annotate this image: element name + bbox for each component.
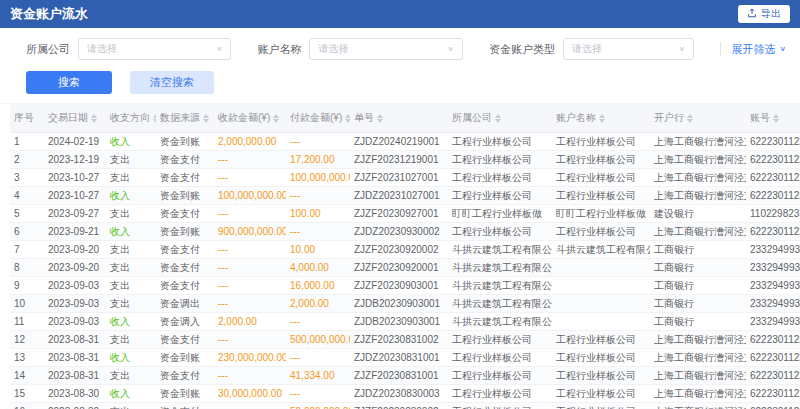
direction-cell: 支出 (106, 331, 156, 349)
source-cell: 资金支付 (156, 277, 214, 295)
index-cell: 14 (10, 367, 44, 385)
sort-icon[interactable] (377, 114, 383, 123)
payment-amount-cell: --- (286, 313, 350, 331)
column-header[interactable]: 单号 (350, 104, 448, 133)
date-cell: 2023-09-03 (44, 277, 106, 295)
direction-cell: 收入 (106, 223, 156, 241)
source-cell: 资金调入 (156, 313, 214, 331)
sort-icon[interactable] (687, 114, 693, 123)
export-button[interactable]: 导出 (738, 5, 790, 23)
sort-icon[interactable] (153, 114, 156, 123)
table-row: 82023-09-20支出资金支付---4,000.00ZJZF20230920… (10, 259, 800, 277)
account-type-select[interactable]: 请选择 ∨ (563, 38, 694, 60)
company-cell: 斗拱云建筑工程有限公司 (448, 295, 552, 313)
order-no-cell: ZJDZ20230930002 (350, 223, 448, 241)
column-header[interactable]: 账号 (746, 104, 800, 133)
column-header[interactable]: 账户名称 (552, 104, 650, 133)
company-cell: 斗拱云建筑工程有限公司 (448, 277, 552, 295)
company-cell: 工程行业样板公司 (448, 403, 552, 409)
receipt-amount-cell: 900,000,000.00 (214, 223, 286, 241)
index-cell: 10 (10, 295, 44, 313)
date-cell: 2023-08-31 (44, 349, 106, 367)
sort-icon[interactable] (495, 114, 501, 123)
direction-cell: 支出 (106, 403, 156, 409)
order-no-cell: ZJZF20230903001 (350, 277, 448, 295)
order-no-cell: ZJDZ20230831001 (350, 349, 448, 367)
page-title: 资金账户流水 (10, 5, 88, 23)
bank-cell: 工商银行 (650, 313, 746, 331)
date-cell: 2023-08-31 (44, 331, 106, 349)
clear-search-button[interactable]: 清空搜索 (130, 71, 214, 94)
bank-cell: 工商银行 (650, 295, 746, 313)
index-cell: 13 (10, 349, 44, 367)
payment-amount-cell: --- (286, 133, 350, 151)
direction-cell: 收入 (106, 313, 156, 331)
column-header[interactable]: 收支方向 (106, 104, 156, 133)
date-cell: 2023-10-27 (44, 169, 106, 187)
sort-icon[interactable] (599, 114, 605, 123)
payment-amount-cell: --- (286, 223, 350, 241)
column-header[interactable]: 付款金额(¥) (286, 104, 350, 133)
column-header[interactable]: 所属公司 (448, 104, 552, 133)
direction-cell: 收入 (106, 385, 156, 403)
index-cell: 3 (10, 169, 44, 187)
column-header[interactable]: 数据来源 (156, 104, 214, 133)
direction-cell: 收入 (106, 133, 156, 151)
bank-cell: 上海工商银行漕河泾支行 (650, 367, 746, 385)
bank-cell: 上海工商银行漕河泾支行 (650, 223, 746, 241)
receipt-amount-cell: --- (214, 205, 286, 223)
table-row: 132023-08-31收入资金到账230,000,000.00---ZJDZ2… (10, 349, 800, 367)
account-name-cell: 工程行业样板公司 (552, 403, 650, 409)
column-header-label: 数据来源 (160, 112, 200, 123)
account-name-cell: 工程行业样板公司 (552, 169, 650, 187)
company-cell: 工程行业样板公司 (448, 151, 552, 169)
date-cell: 2023-09-20 (44, 259, 106, 277)
receipt-amount-cell: --- (214, 241, 286, 259)
payment-amount-cell: 16,000.00 (286, 277, 350, 295)
table-row: 162023-08-30支出资金支付---50,000,000.00ZJZF20… (10, 403, 800, 409)
column-header-label: 付款金额(¥) (290, 112, 342, 123)
transactions-table: 序号交易日期收支方向数据来源收款金额(¥)付款金额(¥)单号所属公司账户名称开户… (10, 104, 800, 409)
receipt-amount-cell: 30,000,000.00 (214, 385, 286, 403)
table-row: 32023-10-27支出资金支付---100,000,000.00ZJZF20… (10, 169, 800, 187)
table-row: 42023-10-27收入资金到账100,000,000.00---ZJDZ20… (10, 187, 800, 205)
sort-icon[interactable] (91, 114, 97, 123)
filter-account-name-label: 账户名称 (257, 42, 301, 57)
account-name-cell: 工程行业样板公司 (552, 349, 650, 367)
order-no-cell: ZJZF20230831001 (350, 367, 448, 385)
expand-filters-link[interactable]: 展开筛选 ∨ (720, 42, 786, 57)
filter-field-company: 所属公司 请选择 ∨ (26, 38, 231, 60)
sort-icon[interactable] (773, 114, 779, 123)
account-no-cell: 1102298233 (746, 205, 800, 223)
date-cell: 2024-02-19 (44, 133, 106, 151)
receipt-amount-cell: 100,000,000.00 (214, 187, 286, 205)
bank-cell: 上海工商银行漕河泾支行 (650, 133, 746, 151)
column-header[interactable]: 收款金额(¥) (214, 104, 286, 133)
account-no-cell: 6222301122 (746, 367, 800, 385)
receipt-amount-cell: --- (214, 151, 286, 169)
company-cell: 工程行业样板公司 (448, 349, 552, 367)
bank-cell: 上海工商银行漕河泾支行 (650, 169, 746, 187)
payment-amount-cell: 4,000.00 (286, 259, 350, 277)
column-header[interactable]: 开户行 (650, 104, 746, 133)
action-bar: 搜索 清空搜索 (0, 60, 800, 104)
account-no-cell: 2332949933 (746, 295, 800, 313)
search-button[interactable]: 搜索 (26, 71, 112, 94)
source-cell: 资金支付 (156, 331, 214, 349)
account-name-select[interactable]: 请选择 ∨ (309, 38, 462, 60)
sort-icon[interactable] (273, 114, 279, 123)
column-header-label: 收款金额(¥) (218, 112, 270, 123)
column-header[interactable]: 交易日期 (44, 104, 106, 133)
direction-cell: 支出 (106, 241, 156, 259)
company-select[interactable]: 请选择 ∨ (78, 38, 231, 60)
sort-icon[interactable] (345, 114, 350, 123)
bank-cell: 上海工商银行漕河泾支行 (650, 403, 746, 409)
account-name-select-placeholder: 请选择 (318, 42, 348, 56)
sort-icon[interactable] (203, 114, 209, 123)
payment-amount-cell: 50,000,000.00 (286, 403, 350, 409)
index-cell: 8 (10, 259, 44, 277)
account-name-cell (552, 259, 650, 277)
order-no-cell: ZJZF20230927001 (350, 205, 448, 223)
column-header-label: 账号 (750, 112, 770, 123)
index-cell: 6 (10, 223, 44, 241)
